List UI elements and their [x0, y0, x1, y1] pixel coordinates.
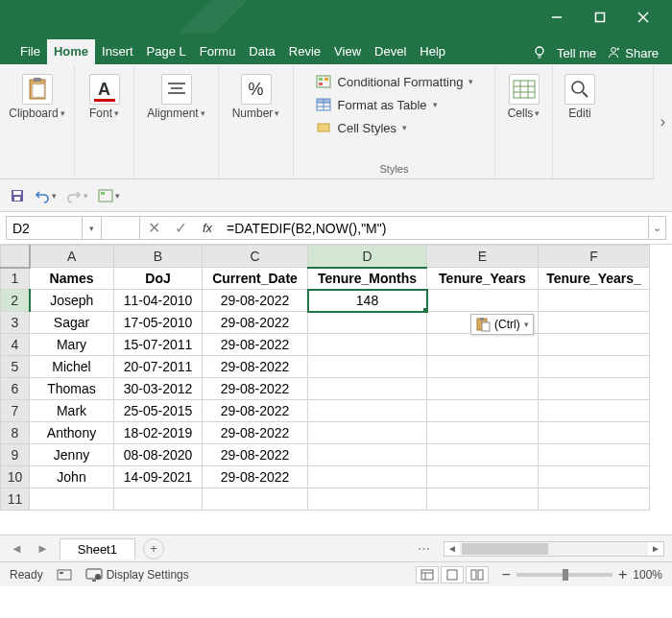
cell[interactable]: 29-08-2022 [203, 356, 308, 378]
cell[interactable]: 29-08-2022 [203, 290, 308, 312]
cell[interactable]: Jenny [30, 444, 114, 466]
cancel-formula-button[interactable]: ✕ [140, 217, 167, 239]
spreadsheet-grid[interactable]: ABCDEF1NamesDoJCurrent_DateTenure_Months… [0, 245, 672, 535]
paste-button[interactable]: Clipboard▾ [1, 70, 72, 124]
minimize-button[interactable] [535, 3, 578, 32]
cell[interactable]: Tenure_Years_ [539, 268, 650, 290]
cell[interactable]: Names [30, 268, 114, 290]
tab-pagel[interactable]: Page L [140, 39, 193, 64]
cell[interactable] [427, 290, 539, 312]
tab-view[interactable]: View [327, 39, 368, 64]
row-header[interactable]: 7 [1, 400, 30, 422]
cell[interactable] [427, 444, 539, 466]
cell[interactable] [539, 290, 650, 312]
tab-devel[interactable]: Devel [368, 39, 413, 64]
cell[interactable] [539, 400, 650, 422]
cell[interactable]: 29-08-2022 [203, 400, 308, 422]
cell[interactable] [308, 312, 427, 334]
sheet-tab[interactable]: Sheet1 [60, 538, 135, 559]
row-header[interactable]: 5 [1, 356, 30, 378]
cell[interactable]: Mark [30, 400, 114, 422]
cell[interactable] [427, 334, 539, 356]
cell[interactable]: 15-07-2011 [114, 334, 203, 356]
formula-bar-expand[interactable]: ⌄ [649, 216, 666, 240]
cell-styles-button[interactable]: Cell Styles ▾ [311, 118, 478, 137]
cell[interactable]: 29-08-2022 [203, 334, 308, 356]
cell[interactable] [308, 400, 427, 422]
cell[interactable] [539, 444, 650, 466]
cell[interactable] [539, 466, 650, 488]
cell[interactable] [427, 378, 539, 400]
horizontal-scrollbar[interactable]: ◄► [444, 541, 664, 557]
add-sheet-button[interactable]: + [143, 538, 164, 559]
display-settings-button[interactable]: Display Settings [85, 568, 189, 582]
cell[interactable]: 29-08-2022 [203, 378, 308, 400]
cell[interactable]: Mary [30, 334, 114, 356]
cell[interactable]: 08-08-2020 [114, 444, 203, 466]
enter-formula-button[interactable]: ✓ [167, 217, 194, 239]
zoom-control[interactable]: − + 100% [502, 566, 662, 583]
row-header[interactable]: 8 [1, 422, 30, 444]
view-page-break-button[interactable] [466, 566, 489, 583]
tab-help[interactable]: Help [413, 39, 452, 64]
cell[interactable] [539, 334, 650, 356]
cell[interactable] [539, 356, 650, 378]
cell[interactable] [539, 488, 650, 511]
name-box-dropdown[interactable]: ▾ [83, 216, 102, 240]
row-header[interactable]: 10 [1, 466, 30, 488]
cell[interactable]: 30-03-2012 [114, 378, 203, 400]
tab-formu[interactable]: Formu [193, 39, 243, 64]
cell[interactable] [203, 488, 308, 511]
cell[interactable]: 29-08-2022 [203, 312, 308, 334]
cell[interactable]: Joseph [30, 290, 114, 312]
cell[interactable]: 25-05-2015 [114, 400, 203, 422]
tab-data[interactable]: Data [242, 39, 281, 64]
cell[interactable]: 29-08-2022 [203, 422, 308, 444]
font-button[interactable]: A Font▾ [82, 70, 128, 124]
cell[interactable]: Thomas [30, 378, 114, 400]
cell[interactable] [30, 488, 114, 511]
fx-button[interactable]: fx [194, 217, 221, 239]
cell[interactable] [539, 378, 650, 400]
sheet-nav-next[interactable]: ► [34, 541, 52, 556]
row-header[interactable]: 2 [1, 290, 30, 312]
cell[interactable]: 17-05-2010 [114, 312, 203, 334]
sheet-tab-overflow[interactable]: ⋯ [418, 541, 430, 556]
column-header[interactable]: D [308, 246, 427, 268]
tab-revie[interactable]: Revie [282, 39, 327, 64]
cell[interactable] [308, 378, 427, 400]
row-header[interactable]: 1 [1, 268, 30, 290]
name-box[interactable]: D2 [6, 216, 83, 240]
close-button[interactable] [621, 3, 664, 32]
cell[interactable] [427, 466, 539, 488]
tab-insert[interactable]: Insert [95, 39, 140, 64]
zoom-in-button[interactable]: + [618, 566, 627, 583]
macro-recording-icon[interactable] [57, 568, 72, 582]
column-header[interactable]: B [114, 246, 203, 268]
cell[interactable]: 148 [308, 290, 427, 312]
cell[interactable] [427, 422, 539, 444]
formula-input[interactable] [221, 221, 648, 236]
cell[interactable] [427, 400, 539, 422]
cell[interactable]: Tenure_Years [427, 268, 539, 290]
row-header[interactable]: 4 [1, 334, 30, 356]
cell[interactable]: John [30, 466, 114, 488]
cell[interactable]: 18-02-2019 [114, 422, 203, 444]
customize-qat-button[interactable]: ▾ [98, 188, 120, 203]
format-as-table-button[interactable]: Format as Table ▾ [311, 95, 478, 114]
cell[interactable] [427, 356, 539, 378]
cell[interactable]: Current_Date [203, 268, 308, 290]
alignment-button[interactable]: Alignment▾ [139, 70, 212, 124]
cell[interactable]: Tenure_Months [308, 268, 427, 290]
paste-options-button[interactable]: (Ctrl) ▾ [470, 314, 534, 335]
number-button[interactable]: % Number▾ [225, 70, 288, 124]
cell[interactable]: 14-09-2021 [114, 466, 203, 488]
sheet-nav-prev[interactable]: ◄ [8, 541, 26, 556]
cell[interactable] [308, 422, 427, 444]
cell[interactable] [427, 488, 539, 511]
zoom-slider[interactable] [516, 573, 612, 577]
tab-file[interactable]: File [13, 39, 47, 64]
cell[interactable] [539, 312, 650, 334]
cell[interactable] [114, 488, 203, 511]
share-button[interactable]: Share [606, 45, 659, 60]
